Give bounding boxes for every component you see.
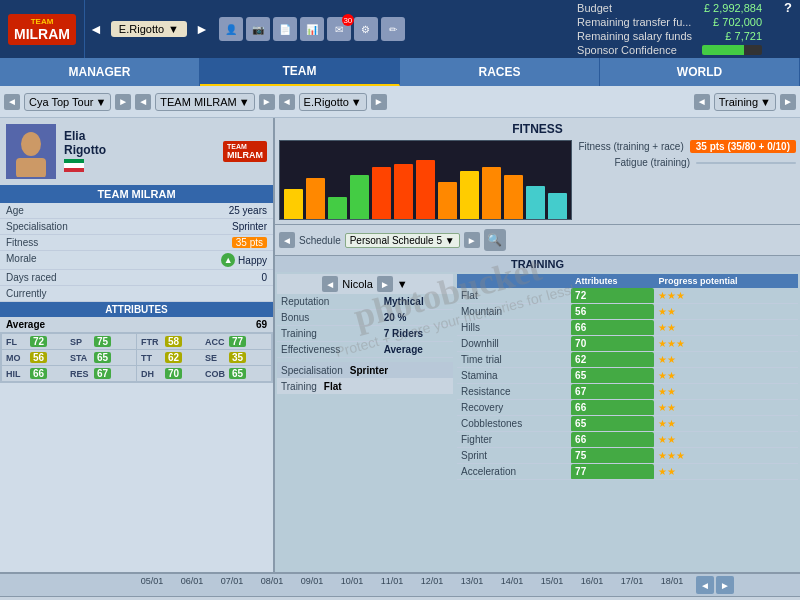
manager-next-button[interactable]: ► bbox=[191, 21, 213, 37]
tab-manager[interactable]: MANAGER bbox=[0, 58, 200, 86]
icon-photo[interactable]: 📷 bbox=[246, 17, 270, 41]
tab-races[interactable]: RACES bbox=[400, 58, 600, 86]
team-next-button[interactable]: ► bbox=[259, 94, 275, 110]
view-dropdown-icon[interactable]: ▼ bbox=[760, 96, 771, 108]
timeline-month[interactable]: 09/01 bbox=[292, 576, 332, 594]
help-button[interactable]: ? bbox=[776, 0, 800, 58]
attribute-stars: ★★ bbox=[654, 384, 798, 400]
schedule-prev-button[interactable]: ◄ bbox=[279, 232, 295, 248]
schedule-next-button[interactable]: ► bbox=[464, 232, 480, 248]
timeline-month[interactable]: 16/01 bbox=[572, 576, 612, 594]
manager-dropdown-icon[interactable]: ▼ bbox=[168, 23, 179, 35]
attribute-stars: ★★ bbox=[654, 368, 798, 384]
timeline-month[interactable]: 15/01 bbox=[532, 576, 572, 594]
rider-prev-button[interactable]: ◄ bbox=[279, 94, 295, 110]
tab-team[interactable]: TEAM bbox=[200, 58, 400, 86]
icon-mail[interactable]: ✉30 bbox=[327, 17, 351, 41]
trainer-nav: ◄ Nicola ► ▼ bbox=[277, 274, 453, 294]
manager-prev-button[interactable]: ◄ bbox=[85, 21, 107, 37]
attribute-value: 70 bbox=[571, 336, 654, 352]
training-content: ◄ Nicola ► ▼ Reputation Mythical Bonus 2… bbox=[275, 272, 800, 482]
training-type-row: Training Flat bbox=[277, 378, 453, 394]
stat-specialisation: Specialisation Sprinter bbox=[0, 219, 273, 235]
icon-pencil[interactable]: ✏ bbox=[381, 17, 405, 41]
timeline-month[interactable]: 17/01 bbox=[612, 576, 652, 594]
attribute-stars: ★★ bbox=[654, 304, 798, 320]
team-prev-button[interactable]: ◄ bbox=[135, 94, 151, 110]
attr-row-4: HIL66 RES67 bbox=[2, 366, 136, 381]
attr-avg-value: 69 bbox=[256, 319, 267, 330]
top-bar: TEAM MILRAM ◄ E.Rigotto ▼ ► 👤 📷 📄 📊 ✉30 … bbox=[0, 0, 800, 58]
trainer-next-button[interactable]: ► bbox=[377, 276, 393, 292]
timeline-month[interactable]: 07/01 bbox=[212, 576, 252, 594]
trainer-prev-button[interactable]: ◄ bbox=[322, 276, 338, 292]
attribute-stars: ★★★ bbox=[654, 448, 798, 464]
tour-dropdown-icon[interactable]: ▼ bbox=[95, 96, 106, 108]
trainer-training-row: Training 7 Riders bbox=[277, 326, 453, 342]
specialisation-row: Specialisation Sprinter bbox=[277, 362, 453, 378]
fitness-content: Fitness (training + race) 35 pts (35/80 … bbox=[279, 140, 796, 220]
left-panel: Elia Rigotto TEAM MILRAM TEAM MILRAM Age… bbox=[0, 118, 275, 572]
tour-prev-button[interactable]: ◄ bbox=[4, 94, 20, 110]
timeline-prev-button[interactable]: ◄ bbox=[696, 576, 714, 594]
icon-settings[interactable]: ⚙ bbox=[354, 17, 378, 41]
remaining-transfer-value: £ 702,000 bbox=[698, 16, 766, 28]
morale-value: Happy bbox=[238, 255, 267, 266]
trainer-dropdown-icon[interactable]: ▼ bbox=[397, 278, 408, 290]
timeline-month[interactable]: 11/01 bbox=[372, 576, 412, 594]
view-next-button[interactable]: ► bbox=[780, 94, 796, 110]
attribute-row: Mountain56★★ bbox=[457, 304, 798, 320]
months-container: 05/0106/0107/0108/0109/0110/0111/0112/01… bbox=[132, 576, 692, 594]
attribute-value: 65 bbox=[571, 416, 654, 432]
tab-world[interactable]: WORLD bbox=[600, 58, 800, 86]
chart-bar bbox=[482, 167, 501, 219]
attr-col-attributes-header: Attributes bbox=[571, 274, 654, 288]
icon-doc[interactable]: 📄 bbox=[273, 17, 297, 41]
rider-dropdown-icon[interactable]: ▼ bbox=[351, 96, 362, 108]
timeline-month[interactable]: 05/01 bbox=[132, 576, 172, 594]
attribute-name: Hills bbox=[457, 320, 571, 336]
view-prev-button[interactable]: ◄ bbox=[694, 94, 710, 110]
timeline-month[interactable]: 06/01 bbox=[172, 576, 212, 594]
attribute-stars: ★★ bbox=[654, 432, 798, 448]
search-button[interactable]: 🔍 bbox=[484, 229, 506, 251]
trainer-effectiveness-value: Average bbox=[380, 342, 453, 358]
top-icons: 👤 📷 📄 📊 ✉30 ⚙ ✏ bbox=[213, 0, 411, 58]
timeline-month[interactable]: 18/01 bbox=[652, 576, 692, 594]
schedule-selector[interactable]: Personal Schedule 5 ▼ bbox=[345, 233, 460, 248]
timeline-month[interactable]: 10/01 bbox=[332, 576, 372, 594]
timeline-month[interactable]: 12/01 bbox=[412, 576, 452, 594]
attribute-row: Recovery66★★ bbox=[457, 400, 798, 416]
fitness-fatigue-value bbox=[696, 162, 796, 164]
player-header: Elia Rigotto TEAM MILRAM bbox=[0, 118, 273, 185]
attr-row-2: MO56 STA65 bbox=[2, 350, 136, 365]
attribute-value: 66 bbox=[571, 320, 654, 336]
icon-chart[interactable]: 📊 bbox=[300, 17, 324, 41]
timeline-month[interactable]: 08/01 bbox=[252, 576, 292, 594]
attribute-value: 65 bbox=[571, 368, 654, 384]
fitness-chart bbox=[279, 140, 572, 220]
timeline-next-button[interactable]: ► bbox=[716, 576, 734, 594]
timeline-month[interactable]: 13/01 bbox=[452, 576, 492, 594]
trainer-bonus-row: Bonus 20 % bbox=[277, 310, 453, 326]
sponsor-label: Sponsor Confidence bbox=[573, 44, 696, 56]
attribute-stars: ★★ bbox=[654, 320, 798, 336]
stat-currently: Currently bbox=[0, 286, 273, 302]
team-value: TEAM MILRAM bbox=[160, 96, 236, 108]
view-value: Training bbox=[719, 96, 758, 108]
timeline-month[interactable]: 14/01 bbox=[492, 576, 532, 594]
team-dropdown-icon[interactable]: ▼ bbox=[239, 96, 250, 108]
tour-next-button[interactable]: ► bbox=[115, 94, 131, 110]
icon-person[interactable]: 👤 bbox=[219, 17, 243, 41]
attribute-row: Hills66★★ bbox=[457, 320, 798, 336]
attribute-name: Cobblestones bbox=[457, 416, 571, 432]
trainer-reputation-label: Reputation bbox=[277, 294, 380, 310]
attribute-row: Stamina65★★ bbox=[457, 368, 798, 384]
attribute-row: Cobblestones65★★ bbox=[457, 416, 798, 432]
trainer-reputation-row: Reputation Mythical bbox=[277, 294, 453, 310]
team-selector: TEAM MILRAM ▼ bbox=[155, 93, 254, 111]
fitness-title: FITNESS bbox=[279, 122, 796, 136]
bottom-timeline: 05/0106/0107/0108/0109/0110/0111/0112/01… bbox=[0, 572, 800, 600]
stat-age: Age 25 years bbox=[0, 203, 273, 219]
rider-next-button[interactable]: ► bbox=[371, 94, 387, 110]
